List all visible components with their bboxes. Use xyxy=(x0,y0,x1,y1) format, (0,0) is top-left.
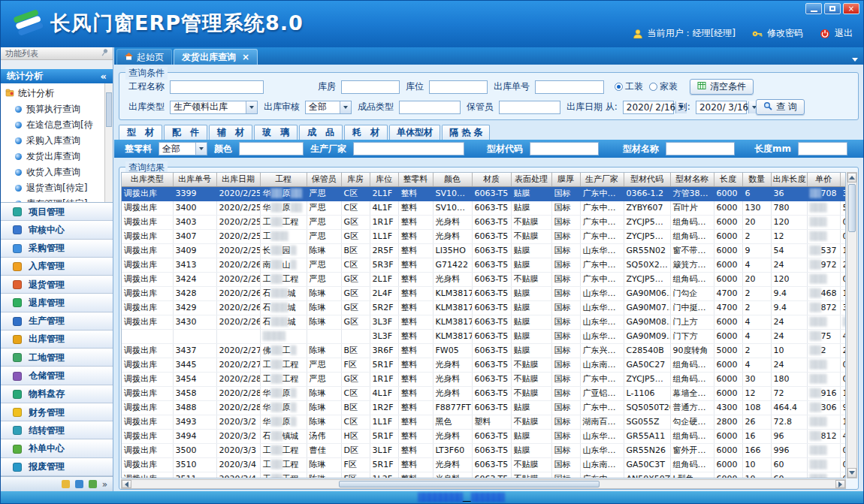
column-header[interactable]: 表面处理 xyxy=(511,173,551,186)
column-header[interactable]: 出库单号 xyxy=(173,173,216,186)
minimize-button[interactable] xyxy=(805,3,822,14)
table-row[interactable]: 调拨出库34282020/2/26石▒▒▒城陈琳G区2L4F整料KLM38176… xyxy=(122,286,846,300)
column-header[interactable]: 出库长度 xyxy=(771,173,807,186)
column-header[interactable]: 库房 xyxy=(341,173,370,186)
table-row[interactable]: 调拨出库35112020/3/4工▒▒工程陈琳F区1L2F整料光身料6063-T… xyxy=(122,472,846,478)
tree-item[interactable]: 在途信息查询[待 xyxy=(5,117,104,133)
material-tab[interactable]: 单体型材 xyxy=(389,125,440,140)
column-header[interactable]: 保管员 xyxy=(307,173,341,186)
table-row[interactable]: 调拨出库34882020/2/28华▒▒原▒陈琳B区1R2F整料F8877FT6… xyxy=(122,400,846,415)
table-row[interactable]: 调拨出库34452020/2/27工▒▒工程严思F区5R1F整料光身料6063-… xyxy=(122,358,846,372)
material-tab[interactable]: 辅 材 xyxy=(209,125,252,140)
maximize-button[interactable] xyxy=(824,3,841,14)
column-header[interactable]: 膜厚 xyxy=(551,173,580,186)
product-type-input[interactable] xyxy=(399,101,461,114)
material-tab[interactable]: 隔 热 条 xyxy=(442,125,490,140)
radio-home[interactable]: 家装 xyxy=(649,80,678,93)
sidebar-menu-item[interactable]: 采购管理 xyxy=(1,240,113,258)
column-header[interactable]: 颜色 xyxy=(433,173,472,186)
tab-close-icon[interactable]: × xyxy=(242,53,249,61)
footer-expand-icon[interactable]: » xyxy=(102,479,107,490)
tree-scrollbar[interactable] xyxy=(104,83,113,202)
table-row[interactable]: 调拨出库35002020/3/3工▒▒工程曹佳D区3L1F整料LT3F60606… xyxy=(122,443,846,457)
material-tab[interactable]: 耗 材 xyxy=(344,125,388,140)
table-row[interactable]: 调拨出库34292020/2/26石▒▒▒城陈琳G区5R2F整料KLM38176… xyxy=(122,300,846,315)
material-tab[interactable]: 成 品 xyxy=(299,125,343,140)
audit-select[interactable]: 全部 xyxy=(305,101,352,114)
footer-monitor-icon[interactable] xyxy=(75,480,83,488)
table-row[interactable]: 调拨出库33992020/2/25华▒▒原▒▒严思C区2L1F整料SV10…60… xyxy=(122,186,846,201)
tree-scroll-thumb[interactable] xyxy=(106,92,112,127)
table-row[interactable]: 调拨出库34542020/2/28工▒▒工程严思G区1R1F整料光身料6063-… xyxy=(122,372,846,386)
material-tab[interactable]: 型 材 xyxy=(119,125,162,140)
column-header[interactable]: 单价 xyxy=(807,173,840,186)
column-header[interactable]: 工程 xyxy=(260,173,307,186)
warehouse-input[interactable] xyxy=(341,80,400,94)
sidebar-menu-item[interactable]: 项目管理 xyxy=(1,203,113,221)
footer-note-icon[interactable] xyxy=(89,480,97,488)
clear-conditions-button[interactable]: 清空条件 xyxy=(690,79,754,95)
stats-section-header[interactable]: 统计分析 « xyxy=(1,69,113,83)
out-type-select[interactable]: 生产领料出库 xyxy=(170,101,258,114)
column-header[interactable]: 长度 xyxy=(714,173,742,186)
change-password-link[interactable]: 修改密码 xyxy=(767,27,803,40)
table-row[interactable]: 调拨出库34302020/2/26石▒▒▒城陈琳G区3L3F整料KLM38176… xyxy=(122,315,846,329)
tab-shipping-outbound-query[interactable]: 发货出库查询 × xyxy=(174,49,258,65)
sidebar-menu-item[interactable]: 物料盘存 xyxy=(1,385,113,403)
search-button[interactable]: 查 询 xyxy=(756,99,805,115)
table-row[interactable]: 调拨出库34932020/3/2华▒▒原▒陈琳C区1L1F整料黑色塑料不贴膜国标… xyxy=(122,415,846,429)
project-name-input[interactable] xyxy=(170,80,264,94)
location-input[interactable] xyxy=(429,80,488,94)
sidebar-menu-item[interactable]: 财务管理 xyxy=(1,403,113,421)
length-input[interactable] xyxy=(798,142,847,155)
horizontal-scroll-thumb[interactable] xyxy=(339,481,600,487)
column-header[interactable]: 出库日期 xyxy=(216,173,260,186)
column-header[interactable]: 材质 xyxy=(472,173,511,186)
sidebar-menu-item[interactable]: 结转管理 xyxy=(1,421,113,439)
collapse-icon[interactable]: « xyxy=(101,71,107,82)
scroll-down-icon[interactable] xyxy=(847,468,856,478)
close-button[interactable]: × xyxy=(843,3,859,14)
column-header[interactable]: 数量 xyxy=(742,173,771,186)
sidebar-menu-item[interactable]: 补单中心 xyxy=(1,439,113,457)
scroll-right-icon[interactable] xyxy=(835,480,845,488)
sidebar-menu-item[interactable]: 仓储管理 xyxy=(1,367,113,385)
column-header[interactable]: 库位 xyxy=(370,173,398,186)
profile-name-input[interactable] xyxy=(666,142,735,155)
table-row[interactable]: 调拨出库34942020/3/2石▒▒镇城汤伟H区5R1F整料光身料6063-T… xyxy=(122,429,846,443)
table-row[interactable]: ▒▒▒▒3L3F整料KLM38176063-T5贴膜国标山东华…GA90M09…… xyxy=(122,329,846,343)
tree-item[interactable]: 预算执行查询 xyxy=(5,101,104,117)
whole-piece-select[interactable]: 全部 xyxy=(159,142,207,155)
sidebar-menu-item[interactable]: 报废管理 xyxy=(1,458,113,476)
sidebar-menu-item[interactable]: 入库管理 xyxy=(1,258,113,276)
results-horizontal-scrollbar[interactable] xyxy=(121,479,846,489)
color-input[interactable] xyxy=(239,142,304,155)
table-row[interactable]: 调拨出库34072020/2/25工▒▒▒严思G区1L1F整料光身料6063-T… xyxy=(122,229,846,243)
scroll-up-icon[interactable] xyxy=(847,173,856,183)
table-row[interactable]: 调拨出库34132020/2/26南▒▒山▒严思C区5R3F整料G7142260… xyxy=(122,258,846,272)
tree-item[interactable]: 发货出库查询 xyxy=(5,149,104,164)
column-header[interactable]: 型材名称 xyxy=(670,173,714,186)
sidebar-menu-item[interactable]: 生产管理 xyxy=(1,312,113,330)
table-row[interactable]: 调拨出库34242020/2/26工▒▒工程严思G区2L1F整料光身料6063-… xyxy=(122,272,846,286)
status-links[interactable]: ▒▒▒▒▒▒▒▒ ▒▒▒▒▒▒ xyxy=(418,492,504,503)
radio-work[interactable]: 工装 xyxy=(615,80,643,93)
tab-start-page[interactable]: 起始页 xyxy=(116,49,172,65)
table-row[interactable]: 调拨出库34002020/2/25华▒▒原▒▒严思C区4L1F整料SV10…60… xyxy=(122,201,846,215)
scroll-left-icon[interactable] xyxy=(122,480,131,488)
table-row[interactable]: 调拨出库34032020/2/25工▒▒工程严思G区1R1F整料光身料6063-… xyxy=(122,215,846,229)
tree-root[interactable]: 统计分析 xyxy=(5,86,104,101)
results-vertical-scrollbar[interactable] xyxy=(847,172,857,478)
footer-folder-icon[interactable] xyxy=(62,480,70,488)
table-row[interactable]: 调拨出库34372020/2/27佛▒▒工▒陈琳B区3R6F整料FW056063… xyxy=(122,343,846,358)
material-tab[interactable]: 配 件 xyxy=(164,125,207,140)
sidebar-menu-item[interactable]: 退库管理 xyxy=(1,294,113,312)
table-row[interactable]: 调拨出库34582020/2/28华▒▒原▒陈琳C区4L1F整料光身料6063-… xyxy=(122,386,846,400)
logout-link[interactable]: 退出 xyxy=(835,27,853,40)
table-row[interactable]: 调拨出库35102020/3/4工▒▒工程陈琳F区5R1F整料光身料6063-T… xyxy=(122,457,846,472)
column-header[interactable]: 出库类型 xyxy=(122,173,173,186)
factory-input[interactable] xyxy=(353,142,464,155)
tree-item[interactable]: 采购入库查询 xyxy=(5,133,104,149)
column-header[interactable]: 型材代码 xyxy=(624,173,670,186)
column-header[interactable]: 生产厂家 xyxy=(580,173,624,186)
